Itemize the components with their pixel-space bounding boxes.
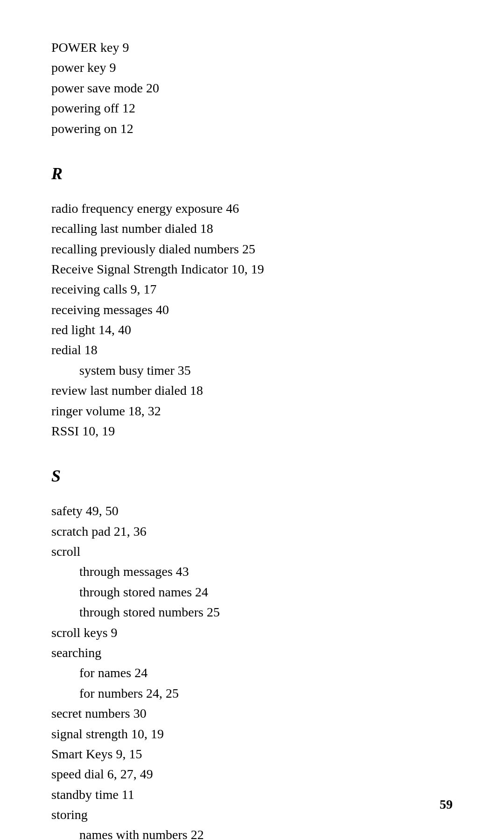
- entry-system-busy-timer: system busy timer 35: [51, 360, 453, 380]
- entry-redial: redial 18: [51, 340, 453, 360]
- entry-for-numbers: for numbers 24, 25: [51, 683, 453, 703]
- entry-through-messages: through messages 43: [51, 561, 453, 581]
- r-section: R radio frequency energy exposure 46 rec…: [51, 161, 453, 441]
- entry-safety: safety 49, 50: [51, 501, 453, 521]
- entry-signal-strength: signal strength 10, 19: [51, 724, 453, 744]
- entry-smart-keys: Smart Keys 9, 15: [51, 744, 453, 764]
- entry-ringer-volume: ringer volume 18, 32: [51, 401, 453, 421]
- entry-scroll: scroll: [51, 541, 453, 561]
- entry-receiving-messages: receiving messages 40: [51, 300, 453, 320]
- entry-power-key: power key 9: [51, 57, 453, 77]
- entry-through-stored-names: through stored names 24: [51, 582, 453, 602]
- entry-radio-frequency: radio frequency energy exposure 46: [51, 198, 453, 218]
- entry-secret-numbers: secret numbers 30: [51, 703, 453, 723]
- page-number: 59: [440, 797, 453, 812]
- entry-powering-off: powering off 12: [51, 98, 453, 118]
- entry-powering-on: powering on 12: [51, 119, 453, 139]
- entry-receiving-calls: receiving calls 9, 17: [51, 279, 453, 299]
- entry-receive-signal: Receive Signal Strength Indicator 10, 19: [51, 259, 453, 279]
- entry-rssi: RSSI 10, 19: [51, 421, 453, 441]
- entry-review-last-number: review last number dialed 18: [51, 380, 453, 400]
- entry-names-with-numbers: names with numbers 22: [51, 825, 453, 840]
- page-content: POWER key 9 power key 9 power save mode …: [0, 0, 504, 840]
- r-section-header: R: [51, 161, 453, 187]
- entry-recalling-previously: recalling previously dialed numbers 25: [51, 239, 453, 259]
- entry-red-light: red light 14, 40: [51, 320, 453, 340]
- entry-standby-time: standby time 11: [51, 784, 453, 805]
- entry-scratch-pad: scratch pad 21, 36: [51, 521, 453, 541]
- entry-storing: storing: [51, 805, 453, 825]
- entry-power-save-mode: power save mode 20: [51, 78, 453, 98]
- s-section: S safety 49, 50 scratch pad 21, 36 scrol…: [51, 463, 453, 840]
- s-section-header: S: [51, 463, 453, 490]
- entry-through-stored-numbers: through stored numbers 25: [51, 602, 453, 622]
- entry-for-names: for names 24: [51, 663, 453, 683]
- p-section: POWER key 9 power key 9 power save mode …: [51, 37, 453, 139]
- entry-speed-dial: speed dial 6, 27, 49: [51, 764, 453, 784]
- entry-power-key-caps: POWER key 9: [51, 37, 453, 57]
- entry-searching: searching: [51, 643, 453, 663]
- entry-recalling-last: recalling last number dialed 18: [51, 218, 453, 238]
- entry-scroll-keys: scroll keys 9: [51, 623, 453, 643]
